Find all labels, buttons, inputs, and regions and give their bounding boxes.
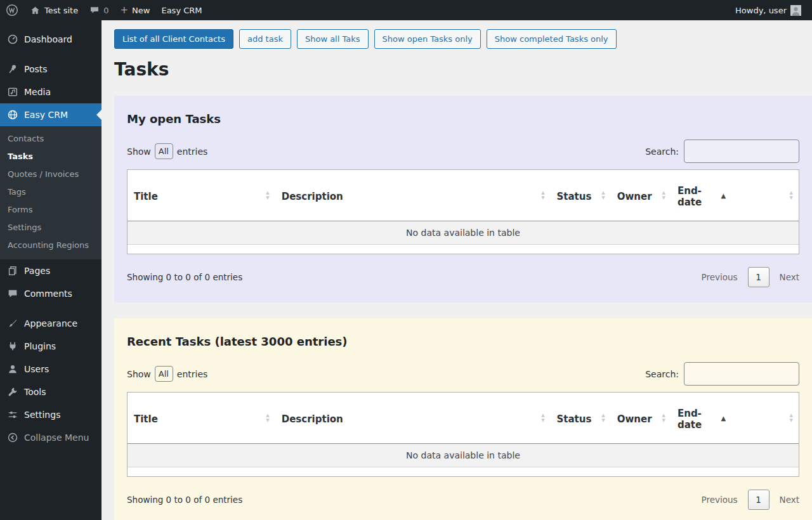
site-name-link[interactable]: Test site <box>24 0 84 20</box>
active-menu-arrow <box>91 110 102 120</box>
empty-table-row: No data available in table <box>128 221 799 245</box>
submenu-item-contacts[interactable]: Contacts <box>0 130 102 148</box>
sidebar-item-appearance[interactable]: Appearance <box>0 312 102 335</box>
collapse-arrow-icon <box>6 431 19 444</box>
sort-icons: ▲▼ <box>790 190 793 200</box>
entries-label: entries <box>177 146 208 157</box>
sidebar-item-comments[interactable]: Comments <box>0 282 102 305</box>
sidebar-item-label: Pages <box>24 265 50 276</box>
comments-link[interactable]: 0 <box>84 0 114 20</box>
search-input[interactable] <box>684 140 799 163</box>
sidebar-item-pages[interactable]: Pages <box>0 259 102 282</box>
sidebar-item-label: Comments <box>24 288 72 299</box>
show-open-tasks-button[interactable]: Show open Tasks only <box>374 29 481 49</box>
table-info: Showing 0 to 0 of 0 entries <box>127 272 242 282</box>
sort-icons: ▲▼ <box>601 190 605 200</box>
submenu-item-accounting-regions[interactable]: Accounting Regions <box>0 237 102 254</box>
panel-title: My open Tasks <box>127 112 799 126</box>
sidebar-item-label: Plugins <box>24 341 56 352</box>
sidebar-item-settings[interactable]: Settings <box>0 403 102 426</box>
submenu-item-tags[interactable]: Tags <box>0 183 102 201</box>
wrench-icon <box>6 386 19 398</box>
page-1-button[interactable]: 1 <box>748 267 769 287</box>
sidebar-item-collapse-menu[interactable]: Collapse Menu <box>0 426 102 449</box>
pagination: Previous 1 Next <box>701 490 799 510</box>
easy-crm-submenu: Contacts Tasks Quotes / Invoices Tags Fo… <box>0 126 102 259</box>
sidebar-item-posts[interactable]: Posts <box>0 58 102 81</box>
submenu-item-tasks[interactable]: Tasks <box>0 148 102 166</box>
submenu-item-quotes-invoices[interactable]: Quotes / Invoices <box>0 166 102 183</box>
show-completed-tasks-button[interactable]: Show completed Tasks only <box>487 29 617 49</box>
globe-icon <box>6 108 19 121</box>
datatable-footer: Showing 0 to 0 of 0 entries Previous 1 N… <box>127 267 799 287</box>
submenu-item-settings[interactable]: Settings <box>0 219 102 237</box>
sort-icons: ▲▼ <box>662 190 665 200</box>
account-menu[interactable]: Howdy, user <box>730 5 807 16</box>
entries-length-select[interactable]: All <box>155 366 173 382</box>
previous-button[interactable]: Previous <box>701 495 737 505</box>
sidebar-item-label: Users <box>24 363 49 375</box>
sidebar-item-tools[interactable]: Tools <box>0 380 102 403</box>
user-avatar <box>790 5 801 16</box>
previous-button[interactable]: Previous <box>701 272 737 282</box>
page-title: Tasks <box>114 59 812 80</box>
empty-table-row: No data available in table <box>128 444 799 467</box>
column-header-end-date[interactable]: End-date ▲ <box>671 393 731 444</box>
media-icon <box>6 86 19 98</box>
pages-icon <box>6 264 19 277</box>
person-icon <box>6 363 19 375</box>
datatable-controls: Show All entries Search: <box>127 140 799 163</box>
sidebar-item-easy-crm[interactable]: Easy CRM <box>0 103 102 126</box>
column-header-description[interactable]: Description ▲▼ <box>275 393 551 444</box>
sorted-ascending-icon: ▲ <box>721 192 726 199</box>
column-header-description[interactable]: Description ▲▼ <box>275 170 551 221</box>
search-control: Search: <box>645 362 799 386</box>
new-label: New <box>132 6 150 15</box>
sidebar-item-media[interactable]: Media <box>0 81 102 103</box>
new-content-menu[interactable]: + New <box>115 0 156 20</box>
next-button[interactable]: Next <box>780 272 799 282</box>
entries-length-control: Show All entries <box>127 143 207 159</box>
sorted-ascending-icon: ▲ <box>721 415 726 422</box>
search-input[interactable] <box>684 362 799 386</box>
column-header-actions[interactable]: ▲▼ <box>731 393 799 444</box>
column-header-owner[interactable]: Owner ▲▼ <box>611 170 671 221</box>
main-content: List of all Client Contacts add task Sho… <box>102 0 812 520</box>
wordpress-menu[interactable] <box>0 0 24 20</box>
sidebar-item-label: Settings <box>24 409 60 420</box>
entries-label: entries <box>177 369 208 379</box>
sidebar-item-plugins[interactable]: Plugins <box>0 335 102 358</box>
column-header-end-date[interactable]: End-date ▲ <box>671 170 731 221</box>
howdy-label: Howdy, user <box>735 6 787 15</box>
sidebar-item-dashboard[interactable]: Dashboard <box>0 28 102 51</box>
sidebar-item-label: Posts <box>24 63 48 75</box>
sort-icons: ▲▼ <box>541 190 544 200</box>
column-header-title[interactable]: Title ▲▼ <box>128 393 275 444</box>
column-header-owner[interactable]: Owner ▲▼ <box>611 393 671 444</box>
submenu-item-forms[interactable]: Forms <box>0 201 102 219</box>
admin-menu: Dashboard Posts Media Easy CRM Contacts … <box>0 20 102 449</box>
column-header-title[interactable]: Title ▲▼ <box>128 170 275 221</box>
sort-icons: ▲▼ <box>790 413 793 423</box>
pagination: Previous 1 Next <box>701 267 799 287</box>
column-header-status[interactable]: Status ▲▼ <box>551 393 611 444</box>
sidebar-item-users[interactable]: Users <box>0 358 102 380</box>
comment-bubble-icon <box>89 5 100 15</box>
datatable-footer: Showing 0 to 0 of 0 entries Previous 1 N… <box>127 490 799 510</box>
entries-length-select[interactable]: All <box>155 143 173 159</box>
easy-crm-adminbar-link[interactable]: Easy CRM <box>155 0 207 20</box>
show-label: Show <box>127 369 151 379</box>
admin-sidebar: Dashboard Posts Media Easy CRM Contacts … <box>0 20 102 520</box>
page-1-button[interactable]: 1 <box>748 490 769 510</box>
empty-table-message: No data available in table <box>128 221 799 245</box>
list-client-contacts-button[interactable]: List of all Client Contacts <box>114 29 233 49</box>
column-header-actions[interactable]: ▲▼ <box>731 170 799 221</box>
add-task-button[interactable]: add task <box>239 29 291 49</box>
sidebar-item-label: Media <box>24 86 51 98</box>
column-header-status[interactable]: Status ▲▼ <box>551 170 611 221</box>
recent-tasks-panel: Recent Tasks (latest 3000 entries) Show … <box>114 318 812 520</box>
next-button[interactable]: Next <box>780 495 799 505</box>
table-info: Showing 0 to 0 of 0 entries <box>127 495 242 505</box>
show-all-tasks-button[interactable]: Show all Taks <box>297 29 369 49</box>
search-label: Search: <box>645 369 679 379</box>
